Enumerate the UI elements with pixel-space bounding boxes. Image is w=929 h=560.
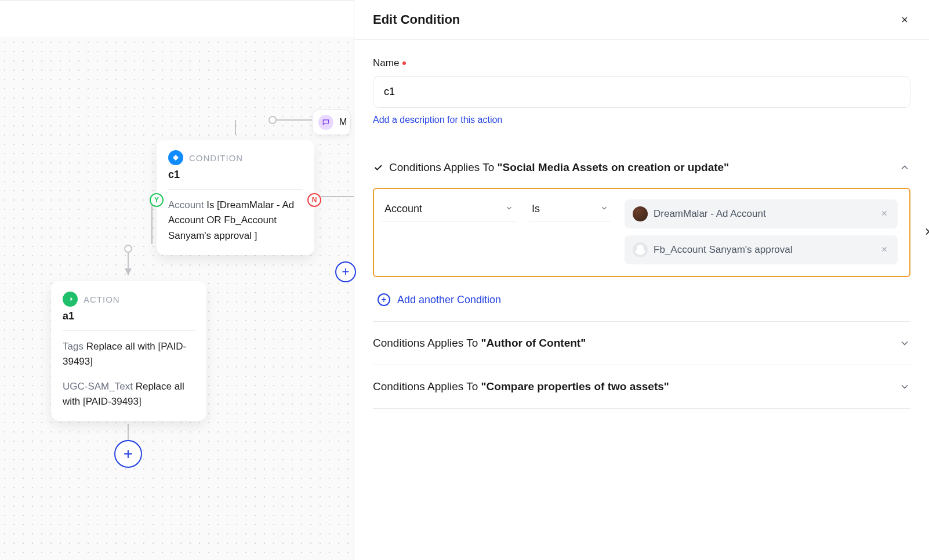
svg-marker-0 [125,268,132,275]
section-compare-properties: Conditions Applies To "Compare propertie… [373,365,910,409]
node-type-label: CONDITION [189,153,243,163]
section-header[interactable]: Conditions Applies To "Compare propertie… [373,380,910,393]
value-chip: DreamMalar - Ad Account [625,199,898,228]
chevron-down-icon [505,203,513,215]
close-button[interactable] [897,12,913,28]
section-author-of-content: Conditions Applies To "Author of Content… [373,322,910,365]
flow-connector-dot [124,245,132,253]
value-chip-label: DreamMalar - Ad Account [654,208,766,220]
action-node[interactable]: ACTION a1 Tags Replace all with [PAID-39… [51,281,206,421]
chevron-down-icon [899,337,910,349]
condition-summary: Account Is [DreamMalar - Ad Account OR F… [168,198,303,243]
remove-condition-row-button[interactable] [920,226,929,240]
port-no[interactable]: N [307,193,321,207]
add-description-link[interactable]: Add a description for this action [373,115,502,125]
chevron-up-icon [899,162,910,173]
required-indicator [402,61,406,65]
add-node-button[interactable]: + [335,261,356,282]
trigger-node[interactable]: M [312,110,351,135]
condition-row: Account Is [373,188,910,277]
section-header[interactable]: Conditions Applies To "Author of Content… [373,337,910,350]
panel-title: Edit Condition [373,12,460,27]
trigger-label: M [339,117,347,128]
section-title: Conditions Applies To "Social Media Asse… [389,161,729,174]
add-node-button[interactable]: + [114,440,142,468]
edit-condition-panel: Edit Condition Name Add a description fo… [354,0,929,560]
action-summary: Tags Replace all with [PAID-39493] UGC-S… [63,339,195,409]
svg-rect-1 [173,155,179,161]
flow-connector-dot [268,116,277,124]
condition-operator-select[interactable]: Is [529,199,611,221]
check-icon [373,162,383,173]
plus-circle-icon: + [378,293,390,306]
name-input[interactable] [373,76,910,108]
message-icon [318,115,333,130]
condition-icon [168,150,183,165]
section-social-media-assets: Conditions Applies To "Social Media Asse… [373,146,910,322]
account-avatar [633,242,648,257]
chevron-down-icon [600,203,608,215]
chip-remove-button[interactable] [879,244,890,256]
workflow-canvas[interactable]: M Y N CONDITION c1 Account Is [DreamMala… [0,0,354,560]
add-another-condition-button[interactable]: + Add another Condition [373,293,501,306]
name-label: Name [373,57,910,69]
node-type-label: ACTION [84,294,120,304]
account-avatar [633,206,648,221]
condition-node[interactable]: Y N CONDITION c1 Account Is [DreamMalar … [157,140,314,255]
flow-edges [0,1,354,560]
node-id: c1 [168,169,303,181]
condition-field-select[interactable]: Account [382,199,516,221]
port-yes[interactable]: Y [150,193,164,207]
chevron-down-icon [899,381,910,392]
value-chip: Fb_Account Sanyam's approval [625,235,898,264]
condition-values[interactable]: DreamMalar - Ad Account Fb_Account Sanya… [625,199,898,264]
chip-remove-button[interactable] [879,208,890,220]
value-chip-label: Fb_Account Sanyam's approval [654,244,793,256]
action-icon [63,292,78,307]
section-title: Conditions Applies To "Compare propertie… [373,380,669,393]
section-title: Conditions Applies To "Author of Content… [373,337,586,350]
node-id: a1 [63,310,195,322]
section-header[interactable]: Conditions Applies To "Social Media Asse… [373,161,910,174]
